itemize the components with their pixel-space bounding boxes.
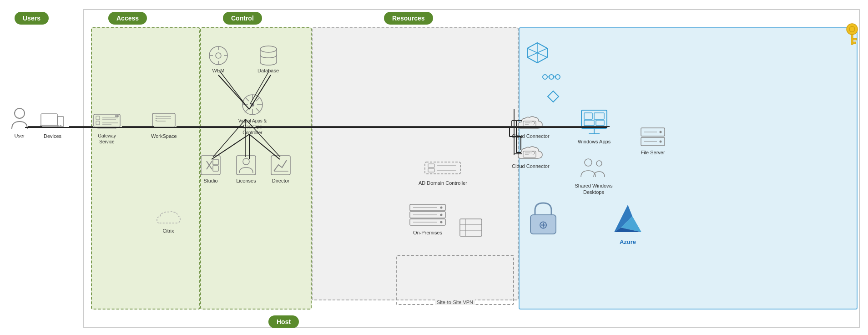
svg-point-106: [660, 141, 662, 143]
workspace-icon: [152, 113, 176, 131]
windows-apps-label: Windows Apps: [578, 138, 611, 145]
file-server-icon: [641, 127, 665, 147]
svg-point-50: [260, 46, 277, 52]
svg-point-126: [847, 24, 858, 35]
devices-icon-item: Devices: [40, 113, 65, 139]
access-section: [91, 27, 200, 310]
ad-domain-icon: [424, 162, 461, 178]
windows-apps-icon-item: Windows Apps: [578, 109, 611, 145]
workspace-label: WorkSpace: [151, 133, 177, 139]
resources-label: Resources: [384, 12, 433, 25]
on-premises-icon-item: On-Premises: [409, 204, 446, 236]
svg-point-87: [440, 214, 443, 216]
svg-point-110: [596, 161, 602, 166]
svg-rect-100: [594, 113, 604, 119]
on-premises-icon: [409, 204, 446, 228]
database-label: Database: [257, 67, 279, 74]
citrix-label: Citrix: [162, 228, 174, 234]
workspace-icon-item: WorkSpace: [151, 113, 177, 139]
svg-line-57: [245, 97, 249, 101]
gateway-icon: [93, 114, 121, 131]
citrix-icon: [155, 209, 182, 226]
svg-rect-101: [584, 120, 594, 126]
file-server-icon-item: File Server: [641, 127, 665, 156]
cloud-connector2-icon-item: Cloud Connector: [512, 145, 550, 169]
licenses-label: Licenses: [236, 178, 256, 184]
svg-point-35: [117, 115, 119, 117]
host-label: Host: [268, 315, 299, 328]
svg-rect-79: [428, 164, 434, 168]
database-icon: [259, 46, 278, 66]
svg-point-34: [115, 115, 117, 117]
studio-icon-item: Studio: [200, 155, 221, 184]
svg-rect-102: [596, 120, 604, 126]
dots-connector-icon: [541, 71, 561, 83]
user-icon: [10, 107, 29, 131]
svg-point-122: [555, 75, 560, 79]
svg-rect-42: [156, 118, 156, 119]
gateway-label: GatewayService: [98, 133, 116, 145]
user-icon-item: User: [10, 107, 29, 139]
wem-icon-item: WEM: [208, 46, 228, 74]
resources-blue-area: [519, 27, 858, 310]
diagram-container: Users User Devices Access: [0, 0, 868, 335]
azure-icon: [610, 200, 646, 237]
gateway-icon-item: GatewayService: [93, 114, 121, 145]
virtual-apps-icon: [241, 93, 264, 116]
firewall-icon-item: [459, 218, 482, 237]
cloud-connector1-icon-item: Cloud Connector: [512, 115, 550, 139]
svg-text:⊕: ⊕: [539, 218, 548, 231]
svg-point-86: [440, 207, 443, 209]
svg-line-58: [256, 108, 260, 112]
azure-icon-item: Azure: [610, 200, 646, 246]
on-premises-label: On-Premises: [413, 229, 442, 236]
director-label: Director: [272, 178, 290, 184]
svg-point-121: [549, 75, 554, 79]
svg-line-60: [245, 108, 249, 112]
svg-rect-64: [213, 159, 218, 165]
svg-rect-41: [156, 116, 156, 117]
svg-rect-99: [584, 113, 592, 119]
director-icon-item: Director: [270, 155, 291, 184]
access-label: Access: [108, 12, 147, 25]
svg-rect-29: [96, 121, 100, 125]
lock-icon-item: ⊕: [527, 200, 560, 237]
svg-line-59: [256, 97, 260, 101]
svg-rect-61: [201, 156, 220, 175]
licenses-icon: [236, 155, 257, 176]
svg-rect-80: [428, 168, 434, 172]
cloud-connector1-label: Cloud Connector: [512, 133, 550, 139]
svg-rect-92: [460, 219, 482, 236]
dots-connector-icon-item: [541, 71, 561, 83]
vpn-box: Site-to-Site VPN: [396, 255, 514, 305]
control-label: Control: [223, 12, 262, 25]
users-section: [5, 9, 84, 328]
svg-point-22: [15, 108, 25, 118]
svg-rect-23: [41, 114, 57, 125]
database-icon-item: Database: [257, 46, 279, 74]
shared-windows-label: Shared Windows Desktops: [571, 183, 616, 196]
svg-rect-128: [851, 35, 853, 45]
user-label: User: [14, 132, 25, 139]
svg-point-109: [585, 159, 592, 166]
citrix-icon-item: Citrix: [155, 209, 182, 234]
svg-point-45: [216, 53, 221, 58]
studio-label: Studio: [203, 178, 217, 184]
lock-icon: ⊕: [527, 200, 560, 237]
svg-point-120: [543, 75, 547, 79]
cloud-connector2-icon: [516, 145, 545, 161]
ad-domain-label: AD Domain Controller: [419, 180, 467, 186]
devices-icon: [40, 113, 65, 131]
svg-point-105: [660, 131, 662, 133]
users-label: Users: [15, 12, 49, 25]
svg-rect-24: [40, 125, 58, 127]
director-icon: [270, 155, 291, 176]
svg-point-52: [251, 103, 254, 107]
cloud-connector2-label: Cloud Connector: [512, 163, 550, 169]
studio-icon: [200, 155, 221, 176]
licenses-icon-item: Licenses: [236, 155, 257, 184]
shared-windows-icon: [578, 157, 609, 181]
shared-windows-icon-item: Shared Windows Desktops: [571, 157, 616, 196]
cloud-connector1-icon: [516, 115, 545, 131]
svg-marker-125: [548, 91, 559, 102]
